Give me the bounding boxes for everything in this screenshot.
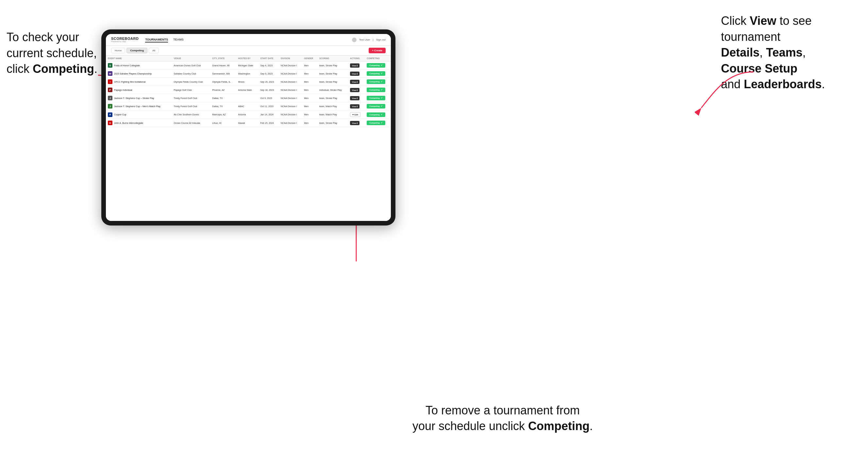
start-date-cell: Sep 15, 2023 <box>258 78 279 86</box>
col-scoring: SCORING <box>317 56 348 61</box>
competing-button[interactable]: Competing <box>367 104 385 108</box>
view-button[interactable]: View ℹ <box>350 63 360 68</box>
scoring-cell: team, Stroke Play <box>317 78 348 86</box>
competing-cell: Competing <box>365 119 391 127</box>
view-button[interactable]: View ℹ <box>350 104 360 108</box>
tab-home[interactable]: Home <box>111 48 125 53</box>
col-event-name: EVENT NAME <box>106 56 172 61</box>
tablet-frame: SCOREBOARD Powered by clipp TOURNAMENTS … <box>101 29 396 225</box>
actions-cell: View ℹ <box>348 70 365 78</box>
actions-cell: ✏ Edit <box>348 111 365 119</box>
start-date-cell: Sep 4, 2023 <box>258 61 279 70</box>
competing-button[interactable]: Competing <box>367 63 385 68</box>
table-row: I OFCC Fighting Illini Invitational Olym… <box>106 78 391 86</box>
city-cell: Phoenix, AZ <box>210 86 236 94</box>
col-competing: COMPETING <box>365 56 391 61</box>
user-name: Test User <box>359 38 370 41</box>
venue-cell: Papago Golf Club <box>172 86 211 94</box>
col-venue: VENUE <box>172 56 211 61</box>
nav-teams[interactable]: TEAMS <box>173 37 184 42</box>
city-cell: Sammamish, WA <box>210 70 236 78</box>
competing-cell: Competing <box>365 102 391 111</box>
create-button[interactable]: + Create <box>369 48 385 53</box>
competing-cell: Competing <box>365 70 391 78</box>
tab-all[interactable]: All <box>149 48 159 53</box>
event-name-text: Jackson T. Stephens Cup – Stroke Play <box>114 97 154 99</box>
nav-bar: SCOREBOARD Powered by clipp TOURNAMENTS … <box>106 34 391 46</box>
table-row: H John A. Burns Intercollegiate Ocean Co… <box>106 119 391 127</box>
division-cell: NCAA Division I <box>279 111 302 119</box>
event-name-cell: H John A. Burns Intercollegiate <box>106 119 172 127</box>
gender-cell: Men <box>302 61 317 70</box>
city-cell: Dallas, TX <box>210 102 236 111</box>
competing-button[interactable]: Competing <box>367 80 385 84</box>
filter-bar: Home Competing All + Create <box>106 46 391 56</box>
competing-button[interactable]: Competing <box>367 88 385 92</box>
competing-cell: Competing <box>365 111 391 119</box>
competing-button[interactable]: Competing <box>367 96 385 100</box>
view-button[interactable]: View ℹ <box>350 71 360 76</box>
view-button[interactable]: View ℹ <box>350 80 360 84</box>
division-cell: NCAA Division I <box>279 119 302 127</box>
tab-competing[interactable]: Competing <box>126 48 147 53</box>
team-logo: J <box>108 104 113 108</box>
nav-tournaments[interactable]: TOURNAMENTS <box>145 37 168 42</box>
start-date-cell: Sep 9, 2023 <box>258 70 279 78</box>
division-cell: NCAA Division I <box>279 61 302 70</box>
logo-title: SCOREBOARD <box>111 37 138 40</box>
city-cell: Dallas, TX <box>210 94 236 102</box>
venue-cell: Trinity Forest Golf Club <box>172 94 211 102</box>
event-name-text: Folds of Honor Collegiate <box>114 64 140 67</box>
competing-button[interactable]: Competing <box>367 121 385 125</box>
table-row: P Papago Individual Papago Golf ClubPhoe… <box>106 86 391 94</box>
col-gender: GENDER <box>302 56 317 61</box>
event-name-cell: J Jackson T. Stephens Cup – Men's Match … <box>106 102 172 111</box>
table-row: J Jackson T. Stephens Cup – Stroke Play … <box>106 94 391 102</box>
competing-cell: Competing <box>365 61 391 70</box>
hosted-by-cell: ABAC <box>236 102 258 111</box>
gender-cell: Men <box>302 102 317 111</box>
hosted-by-cell <box>236 94 258 102</box>
col-actions: ACTIONS <box>348 56 365 61</box>
start-date-cell: Feb 15, 2024 <box>258 119 279 127</box>
team-logo: H <box>108 121 113 125</box>
competing-button[interactable]: Competing <box>367 113 385 117</box>
table-row: A Copper Cup Ak-Chin Southern DunesMaric… <box>106 111 391 119</box>
venue-cell: Ocean Course At Hokuala <box>172 119 211 127</box>
view-button[interactable]: View ℹ <box>350 88 360 92</box>
event-name-text: Jackson T. Stephens Cup – Men's Match Pl… <box>114 105 160 107</box>
city-cell: Lihue, HI <box>210 119 236 127</box>
competing-button[interactable]: Competing <box>367 71 385 76</box>
venue-cell: Ak-Chin Southern Dunes <box>172 111 211 119</box>
event-name-text: OFCC Fighting Illini Invitational <box>114 81 146 83</box>
hosted-by-cell: Arizona <box>236 111 258 119</box>
division-cell: NCAA Division I <box>279 94 302 102</box>
view-button[interactable]: View ℹ <box>350 96 360 100</box>
event-name-cell: W 2023 Sahalee Players Championship <box>106 70 172 78</box>
col-division: DIVISION <box>279 56 302 61</box>
venue-cell: Trinity Forest Golf Club <box>172 102 211 111</box>
annotation-bottom: To remove a tournament fromyour schedule… <box>388 403 617 434</box>
start-date-cell: Oct 11, 2023 <box>258 102 279 111</box>
team-logo: S <box>108 63 113 68</box>
division-cell: NCAA Division I <box>279 102 302 111</box>
scoring-cell: team, Match Play <box>317 111 348 119</box>
hosted-by-cell: Arizona State <box>236 86 258 94</box>
team-logo: P <box>108 88 113 92</box>
view-button[interactable]: View ℹ <box>350 121 360 125</box>
scoring-cell: individual, Stroke Play <box>317 86 348 94</box>
city-cell: Grand Haven, MI <box>210 61 236 70</box>
event-name-cell: J Jackson T. Stephens Cup – Stroke Play <box>106 94 172 102</box>
gender-cell: Men <box>302 70 317 78</box>
app-logo: SCOREBOARD Powered by clipp <box>111 37 138 42</box>
gender-cell: Men <box>302 111 317 119</box>
sign-out-link[interactable]: Sign out <box>376 38 385 41</box>
col-hosted-by: HOSTED BY <box>236 56 258 61</box>
hosted-by-cell: Hawaii <box>236 119 258 127</box>
team-logo: W <box>108 71 113 76</box>
edit-button[interactable]: ✏ Edit <box>350 112 361 117</box>
city-cell: Maricopa, AZ <box>210 111 236 119</box>
gender-cell: Men <box>302 119 317 127</box>
scoring-cell: team, Match Play <box>317 102 348 111</box>
division-cell: NCAA Division I <box>279 78 302 86</box>
